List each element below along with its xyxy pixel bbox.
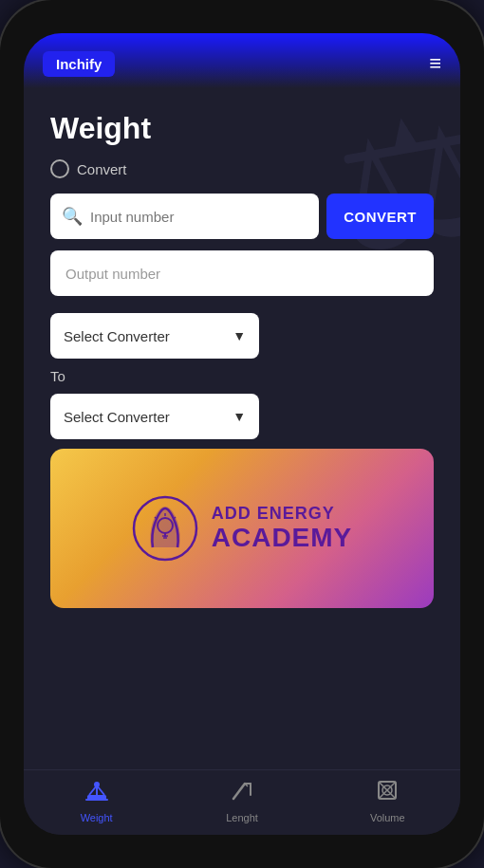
banner-inner: ADD ENERGY ACADEMY (113, 495, 372, 562)
from-dropdown-arrow-icon: ▼ (233, 328, 246, 343)
to-converter-label: Select Converter (64, 409, 170, 425)
input-number-field[interactable] (90, 209, 307, 225)
nav-item-volume[interactable]: Volume (354, 778, 420, 823)
phone-screen: Inchify ≡ ⚖ Weight Convert 🔍 CONVERT (24, 33, 460, 835)
phone-frame: Inchify ≡ ⚖ Weight Convert 🔍 CONVERT (0, 0, 484, 868)
banner-academy-label: ACADEMY (212, 524, 353, 553)
weight-icon (84, 778, 109, 808)
output-wrapper: Output number (50, 250, 434, 296)
convert-row: Convert (50, 159, 434, 178)
bottom-nav: Weight Lenght (24, 769, 460, 835)
to-converter-dropdown[interactable]: Select Converter ▼ (50, 394, 259, 439)
input-wrapper: 🔍 (50, 194, 319, 239)
main-content: ⚖ Weight Convert 🔍 CONVERT Output number (24, 88, 460, 769)
to-dropdown-arrow-icon: ▼ (233, 409, 246, 424)
header: Inchify ≡ (24, 33, 460, 88)
nav-item-weight[interactable]: Weight (64, 778, 130, 823)
nav-volume-label: Volume (370, 812, 405, 823)
logo: Inchify (43, 51, 115, 77)
page-title: Weight (50, 111, 434, 146)
from-converter-dropdown[interactable]: Select Converter ▼ (50, 313, 259, 359)
volume-icon (375, 778, 400, 808)
svg-rect-9 (85, 799, 108, 801)
search-icon: 🔍 (62, 206, 83, 227)
menu-icon[interactable]: ≡ (429, 53, 441, 74)
convert-radio[interactable] (50, 159, 69, 178)
banner-add-energy-label: ADD ENERGY (212, 504, 353, 524)
banner-text: ADD ENERGY ACADEMY (212, 504, 353, 553)
nav-weight-label: Weight (81, 812, 113, 823)
banner[interactable]: ADD ENERGY ACADEMY (50, 449, 434, 608)
length-icon (230, 778, 254, 808)
nav-item-length[interactable]: Lenght (209, 778, 275, 823)
to-label: To (50, 368, 434, 384)
output-number-field: Output number (65, 266, 160, 282)
svg-point-13 (94, 782, 100, 787)
from-converter-label: Select Converter (64, 328, 170, 344)
input-row: 🔍 CONVERT (50, 194, 434, 239)
convert-label: Convert (77, 161, 127, 177)
nav-length-label: Lenght (226, 812, 258, 823)
convert-button[interactable]: CONVERT (326, 194, 434, 239)
brain-bulb-icon (132, 495, 198, 562)
